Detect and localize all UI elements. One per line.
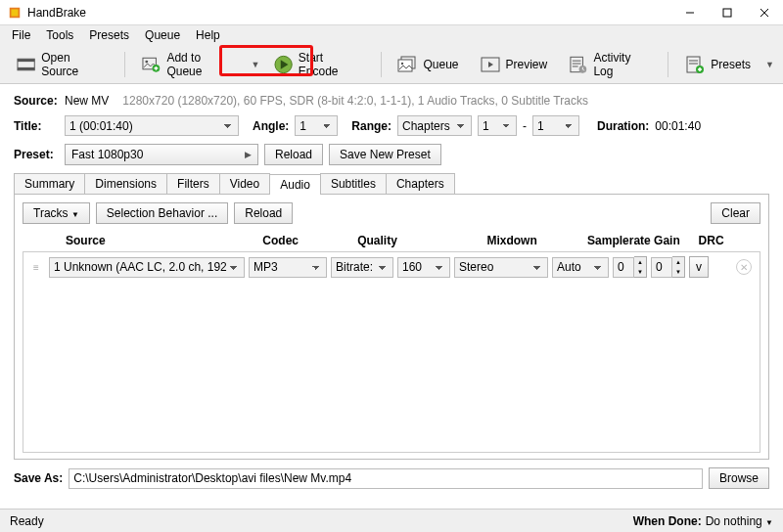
open-source-button[interactable]: Open Source (8, 46, 116, 83)
header-codec: Codec (262, 234, 353, 247)
tab-summary[interactable]: Summary (14, 173, 85, 194)
audio-track-row: ≡ 1 Unknown (AAC LC, 2.0 ch, 192 kbps) M… (23, 252, 760, 282)
track-samplerate-select[interactable]: Auto (552, 257, 609, 278)
separator (381, 52, 382, 77)
svg-rect-3 (723, 9, 731, 17)
track-bitrate-select[interactable]: 160 (397, 257, 450, 278)
svg-point-10 (146, 60, 149, 63)
save-as-input[interactable] (69, 468, 703, 489)
track-codec-select[interactable]: MP3 (249, 257, 327, 278)
separator (124, 52, 125, 77)
presets-dropdown[interactable]: ▼ (763, 56, 775, 73)
save-as-row: Save As: Browse (0, 460, 783, 497)
when-done-select[interactable]: Do nothing ▼ (706, 514, 773, 528)
presets-icon (685, 55, 705, 74)
menu-help[interactable]: Help (188, 26, 228, 44)
menu-queue[interactable]: Queue (137, 26, 188, 44)
audio-track-list: ≡ 1 Unknown (AAC LC, 2.0 ch, 192 kbps) M… (23, 251, 760, 453)
source-row: Source: New MV 1280x720 (1280x720), 60 F… (14, 94, 769, 108)
close-button[interactable] (746, 0, 783, 25)
tab-audio[interactable]: Audio (269, 174, 321, 195)
range-label: Range: (351, 119, 392, 133)
drc-spinner[interactable]: ▲▼ (651, 256, 685, 278)
separator (668, 52, 668, 77)
tab-chapters[interactable]: Chapters (386, 173, 455, 194)
tab-dimensions[interactable]: Dimensions (84, 173, 167, 194)
svg-rect-14 (398, 60, 412, 71)
start-encode-button[interactable]: Start Encode (265, 46, 373, 83)
status-text: Ready (10, 514, 44, 528)
range-to-select[interactable]: 1 (532, 115, 579, 136)
expand-row-button[interactable]: v (689, 256, 709, 278)
svg-rect-7 (18, 59, 34, 62)
header-samplerate: Samplerate (587, 234, 650, 247)
angle-label: Angle: (253, 119, 289, 133)
menu-tools[interactable]: Tools (38, 26, 81, 44)
queue-button[interactable]: Queue (389, 50, 467, 79)
drag-handle-icon[interactable]: ≡ (33, 262, 45, 273)
when-done-label: When Done: (633, 514, 702, 528)
audio-reload-button[interactable]: Reload (234, 202, 293, 224)
gain-spinner[interactable]: ▲▼ (613, 256, 647, 278)
drc-down[interactable]: ▼ (672, 267, 684, 277)
presets-button[interactable]: Presets (676, 50, 760, 79)
title-row: Title: 1 (00:01:40) Angle: 1 Range: Chap… (14, 115, 769, 136)
preset-reload-button[interactable]: Reload (264, 144, 323, 165)
preview-icon (481, 55, 500, 74)
header-gain: Gain (654, 234, 694, 247)
svg-point-15 (401, 62, 403, 64)
preview-button[interactable]: Preview (472, 50, 557, 79)
track-quality-mode-select[interactable]: Bitrate: (331, 257, 393, 278)
duration-label: Duration: (597, 119, 649, 133)
menu-presets[interactable]: Presets (81, 26, 137, 44)
range-from-select[interactable]: 1 (478, 115, 517, 136)
title-select[interactable]: 1 (00:01:40) (65, 115, 239, 136)
log-icon (569, 55, 587, 74)
add-to-queue-button[interactable]: Add to Queue (133, 46, 245, 83)
chevron-down-icon: ▼ (71, 210, 79, 219)
main-content: Source: New MV 1280x720 (1280x720), 60 F… (0, 84, 783, 460)
range-dash: - (523, 119, 527, 133)
header-quality: Quality (357, 234, 483, 247)
play-icon (274, 55, 293, 74)
angle-select[interactable]: 1 (295, 115, 338, 136)
title-label: Title: (14, 119, 59, 133)
track-mixdown-select[interactable]: Stereo (454, 257, 548, 278)
drc-up[interactable]: ▲ (672, 257, 684, 267)
tracks-button[interactable]: Tracks ▼ (23, 202, 90, 224)
svg-rect-1 (12, 9, 19, 16)
tab-filters[interactable]: Filters (166, 173, 220, 194)
audio-headers: Source Codec Quality Mixdown Samplerate … (23, 230, 760, 251)
audio-panel: Tracks ▼ Selection Behavior ... Reload C… (14, 194, 769, 460)
delete-track-icon[interactable]: ✕ (736, 259, 752, 275)
header-drc: DRC (699, 234, 737, 247)
preset-select[interactable]: Fast 1080p30 ▶ (65, 144, 258, 165)
menu-file[interactable]: File (4, 26, 38, 44)
statusbar: Ready When Done: Do nothing ▼ (0, 509, 783, 532)
tab-video[interactable]: Video (219, 173, 270, 194)
maximize-button[interactable] (709, 0, 746, 25)
browse-button[interactable]: Browse (709, 467, 769, 489)
range-type-select[interactable]: Chapters (397, 115, 472, 136)
toolbar: Open Source Add to Queue ▼ Start Encode … (0, 45, 783, 84)
drc-input[interactable] (651, 257, 672, 278)
images-icon (397, 55, 417, 74)
add-to-queue-dropdown[interactable]: ▼ (250, 56, 261, 73)
minimize-button[interactable] (671, 0, 709, 25)
titlebar: HandBrake (0, 0, 783, 25)
header-source: Source (66, 234, 258, 247)
gain-up[interactable]: ▲ (634, 257, 646, 267)
tab-subtitles[interactable]: Subtitles (320, 173, 387, 194)
clear-button[interactable]: Clear (711, 202, 760, 224)
preset-label: Preset: (14, 148, 59, 161)
source-details: 1280x720 (1280x720), 60 FPS, SDR (8-bit … (122, 94, 588, 108)
gain-down[interactable]: ▼ (634, 267, 646, 277)
track-source-select[interactable]: 1 Unknown (AAC LC, 2.0 ch, 192 kbps) (49, 257, 245, 278)
selection-behavior-button[interactable]: Selection Behavior ... (96, 202, 228, 224)
gain-input[interactable] (613, 257, 634, 278)
preset-row: Preset: Fast 1080p30 ▶ Reload Save New P… (14, 144, 769, 165)
save-new-preset-button[interactable]: Save New Preset (329, 144, 441, 165)
activity-log-button[interactable]: Activity Log (560, 46, 660, 83)
tabs: Summary Dimensions Filters Video Audio S… (14, 173, 769, 194)
header-mixdown: Mixdown (486, 234, 583, 247)
